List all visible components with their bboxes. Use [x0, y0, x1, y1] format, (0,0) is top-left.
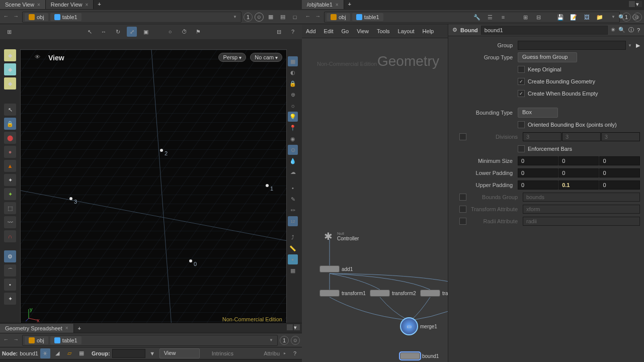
toggle-radii[interactable]: [459, 218, 466, 225]
path-node[interactable]: table1: [50, 336, 82, 344]
link-button[interactable]: ⊙: [255, 13, 264, 22]
pencil-icon[interactable]: ✏: [288, 205, 298, 215]
path-node[interactable]: table1: [50, 13, 82, 21]
menu-go[interactable]: Go: [342, 28, 349, 34]
path-context[interactable]: obj: [25, 13, 48, 21]
close-icon[interactable]: ×: [37, 2, 40, 8]
nav-forward-icon[interactable]: →: [314, 13, 322, 21]
pen-icon[interactable]: ✎: [288, 194, 298, 204]
checker-icon[interactable]: ▦: [288, 265, 298, 276]
view-select[interactable]: View: [159, 348, 200, 358]
check-oriented[interactable]: [518, 121, 525, 128]
pane-icon[interactable]: [287, 324, 293, 330]
circle-icon[interactable]: ○: [165, 27, 175, 37]
verts-icon[interactable]: ◢: [52, 348, 62, 358]
menu-view[interactable]: View: [357, 28, 369, 34]
menu-add[interactable]: Add: [306, 28, 316, 34]
tool-xyz[interactable]: ✦: [4, 293, 16, 305]
path-context[interactable]: obj: [327, 13, 350, 21]
select-grouptype[interactable]: Guess from Group: [518, 52, 577, 62]
pin-icon[interactable]: 📍: [288, 123, 298, 133]
viewport[interactable]: 2 1 3 0 👁 View Persp ▾ No cam ▾ Non-Comm…: [20, 49, 287, 327]
tool-gear[interactable]: ⚙: [4, 250, 16, 262]
persp-button[interactable]: Persp ▾: [218, 53, 246, 62]
menu-tools[interactable]: Tools: [377, 28, 390, 34]
clock-icon[interactable]: ⏱: [179, 27, 189, 37]
layout-icon[interactable]: ⊟: [274, 27, 284, 37]
toggle-divisions[interactable]: [459, 133, 466, 140]
camera-button[interactable]: No cam ▾: [250, 53, 282, 62]
wrench-icon[interactable]: 🔧: [472, 12, 482, 22]
tab-render-view[interactable]: Render View×: [46, 0, 94, 9]
info-icon[interactable]: ⓘ: [630, 12, 640, 22]
color-icon[interactable]: ▪: [288, 254, 298, 264]
pane-menu-icon[interactable]: ▾: [636, 1, 642, 7]
node-transform3[interactable]: transform3: [420, 290, 448, 297]
prims-icon[interactable]: ▱: [64, 348, 74, 358]
gear2-icon[interactable]: ✳: [611, 27, 615, 33]
input-up-x[interactable]: [518, 180, 558, 190]
tool-axis[interactable]: ✦: [4, 188, 16, 200]
image-icon[interactable]: 🖼: [582, 12, 592, 22]
nav-forward-icon[interactable]: →: [12, 336, 20, 344]
bulb-icon[interactable]: 💡: [288, 112, 298, 122]
input-lp-z[interactable]: [599, 168, 639, 177]
node-transform1[interactable]: transform1: [319, 290, 366, 297]
toggle-xform[interactable]: [459, 206, 466, 213]
help-icon[interactable]: ?: [637, 27, 640, 33]
marker-icon[interactable]: ◉: [288, 134, 298, 144]
translate-icon[interactable]: ↔: [99, 27, 109, 37]
input-lp-y[interactable]: [558, 168, 599, 177]
tab-obj-table1[interactable]: /obj/table1×: [302, 0, 344, 9]
toggle-bounds-group[interactable]: [459, 194, 466, 201]
camera-icon[interactable]: ▣: [141, 27, 151, 37]
select-icon[interactable]: ↖: [85, 27, 95, 37]
help-icon[interactable]: ?: [288, 27, 298, 37]
flag-icon[interactable]: ⚑: [193, 27, 203, 37]
tool-star[interactable]: ✦: [4, 174, 16, 186]
menu-help[interactable]: Help: [423, 28, 434, 34]
folder-icon[interactable]: 📁: [595, 12, 605, 22]
detail-icon[interactable]: ▦: [76, 348, 87, 358]
add-tab-button[interactable]: +: [344, 0, 355, 10]
tool-curve[interactable]: 〰: [4, 216, 16, 228]
input-group[interactable]: [518, 41, 626, 50]
pick-icon[interactable]: ▶: [636, 42, 640, 49]
nav-back-icon[interactable]: ←: [2, 336, 10, 344]
network-view[interactable]: Non-Commercial Edition Geometry ✱ NullCo…: [302, 38, 448, 362]
note-icon[interactable]: 📝: [569, 12, 579, 22]
close-icon[interactable]: ×: [86, 2, 89, 8]
grid2-icon[interactable]: ⊟: [533, 12, 543, 22]
check-keep-original[interactable]: [518, 66, 525, 73]
node-add1[interactable]: add1: [319, 265, 353, 273]
tool-dot[interactable]: •: [4, 279, 16, 291]
grid1-icon[interactable]: ⊞: [520, 12, 530, 22]
points-icon[interactable]: ⚹: [40, 348, 50, 358]
pin-button[interactable]: 1: [244, 13, 253, 22]
nav-back-icon[interactable]: ←: [304, 13, 312, 21]
tool-view[interactable]: ◆: [4, 49, 16, 61]
menu-layout[interactable]: Layout: [398, 28, 415, 34]
check-enforcement[interactable]: [518, 145, 525, 152]
group-input[interactable]: [112, 349, 145, 358]
search-icon[interactable]: 🔍: [617, 12, 627, 22]
target-icon[interactable]: ⊙: [288, 145, 298, 155]
grid-icon[interactable]: ⊞: [4, 27, 14, 37]
input-min-z[interactable]: [599, 156, 639, 165]
tool-pointer[interactable]: ↖: [4, 104, 16, 116]
input-min-y[interactable]: [558, 156, 599, 165]
close-icon[interactable]: ×: [336, 2, 339, 8]
tool-sphere[interactable]: ●: [4, 146, 16, 158]
num-icon[interactable]: 12: [288, 216, 298, 226]
shade-icon[interactable]: ◐: [288, 67, 298, 77]
add-tab-button[interactable]: +: [94, 0, 105, 10]
save-icon[interactable]: 💾: [555, 12, 566, 22]
light-icon[interactable]: ☼: [288, 101, 298, 111]
link-button[interactable]: ⊙: [291, 336, 300, 345]
help-icon[interactable]: ?: [290, 348, 300, 358]
input-up-z[interactable]: [599, 180, 639, 190]
tab-spreadsheet[interactable]: Geometry Spreadsheet×: [0, 324, 74, 333]
scale-icon[interactable]: ⤢: [127, 27, 137, 37]
nav-forward-icon[interactable]: →: [12, 13, 20, 21]
node-bound1[interactable]: bound1: [400, 352, 439, 359]
